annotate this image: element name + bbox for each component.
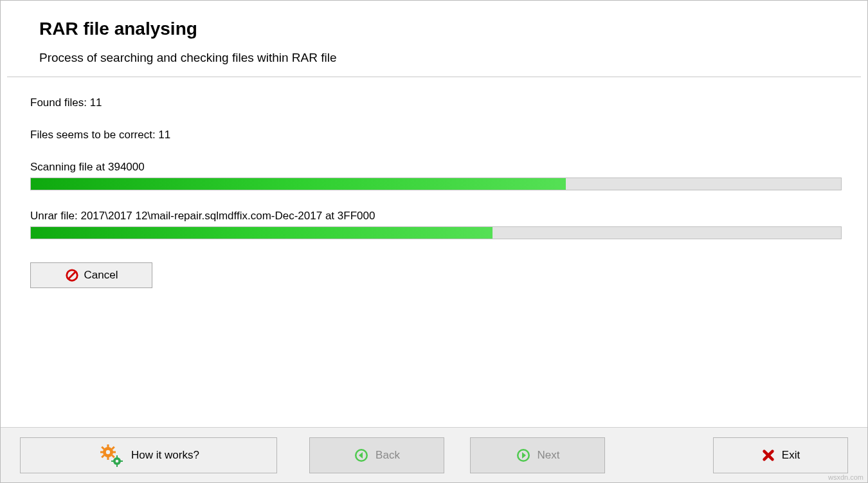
page-subtitle: Process of searching and checking files …: [39, 51, 867, 65]
scan-section: Scanning file at 394000: [30, 161, 842, 190]
correct-files-label: Files seems to be correct:: [30, 129, 156, 141]
svg-point-13: [116, 459, 119, 462]
scan-progress-fill: [31, 178, 566, 190]
back-button[interactable]: Back: [309, 437, 444, 473]
scan-label-line: Scanning file at 394000: [30, 161, 842, 174]
unrar-path: 2017\2017 12\mail-repair.sqlmdffix.com-D…: [80, 210, 375, 222]
svg-rect-6: [100, 451, 104, 453]
svg-rect-5: [107, 457, 109, 460]
svg-rect-15: [116, 464, 118, 467]
svg-rect-7: [113, 451, 116, 453]
next-button-label: Next: [538, 449, 560, 462]
svg-rect-4: [107, 444, 109, 448]
scan-label-prefix: Scanning file at: [30, 161, 105, 173]
scan-progress-bar: [30, 178, 842, 190]
unrar-progress-bar: [30, 226, 842, 239]
svg-point-3: [106, 450, 110, 453]
svg-line-1: [68, 272, 75, 279]
found-files-line: Found files: 11: [30, 96, 842, 109]
unrar-label-line: Unrar file: 2017\2017 12\mail-repair.sql…: [30, 210, 842, 223]
found-files-label: Found files:: [30, 96, 87, 109]
cancel-button-label: Cancel: [84, 269, 118, 282]
how-it-works-button[interactable]: How it works?: [20, 437, 277, 473]
next-button[interactable]: Next: [470, 437, 605, 473]
arrow-left-circle-icon: [354, 448, 369, 463]
unrar-section: Unrar file: 2017\2017 12\mail-repair.sql…: [30, 210, 842, 239]
arrow-right-circle-icon: [516, 448, 531, 463]
header-block: RAR file analysing Process of searching …: [1, 1, 867, 77]
correct-files-line: Files seems to be correct: 11: [30, 129, 842, 141]
wizard-window: RAR file analysing Process of searching …: [0, 0, 868, 483]
svg-rect-17: [120, 460, 123, 462]
unrar-progress-wrap: [30, 226, 842, 239]
page-title: RAR file analysing: [39, 19, 867, 39]
svg-rect-14: [116, 455, 118, 458]
exit-button-label: Exit: [782, 449, 800, 462]
scan-offset: 394000: [108, 161, 145, 173]
exit-button[interactable]: Exit: [713, 437, 848, 473]
how-it-works-label: How it works?: [131, 449, 199, 462]
close-x-icon: [761, 448, 775, 462]
body-block: Found files: 11 Files seems to be correc…: [1, 77, 867, 288]
unrar-label-prefix: Unrar file:: [30, 210, 78, 222]
cancel-button[interactable]: Cancel: [30, 262, 152, 288]
found-files-count: 11: [90, 96, 102, 109]
watermark-text: wsxdn.com: [828, 473, 863, 481]
gears-icon: [98, 443, 125, 468]
footer-bar: How it works? Back Next: [1, 427, 867, 482]
content-area: RAR file analysing Process of searching …: [1, 1, 867, 427]
scan-progress-wrap: [30, 178, 842, 190]
no-entry-icon: [65, 268, 79, 282]
back-button-label: Back: [375, 449, 400, 462]
svg-rect-16: [111, 460, 114, 462]
unrar-progress-fill: [31, 227, 493, 239]
correct-files-count: 11: [158, 129, 170, 141]
